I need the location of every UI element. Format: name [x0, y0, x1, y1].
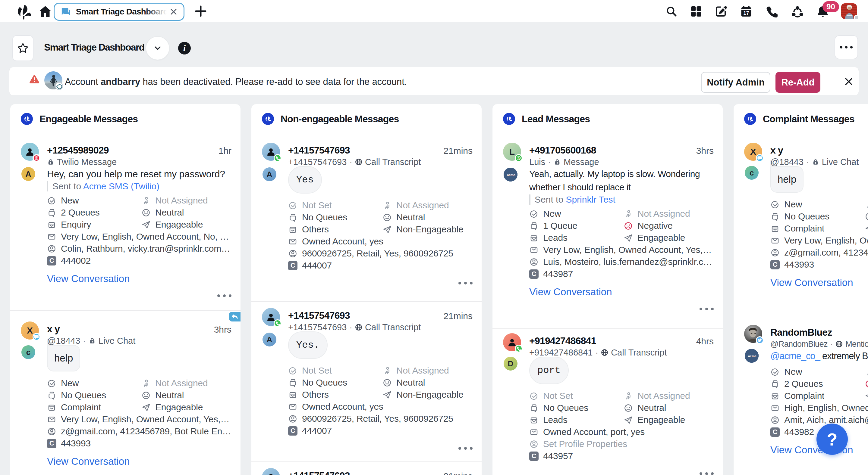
- svg-text:B: B: [518, 157, 520, 160]
- svg-text:17: 17: [744, 10, 749, 16]
